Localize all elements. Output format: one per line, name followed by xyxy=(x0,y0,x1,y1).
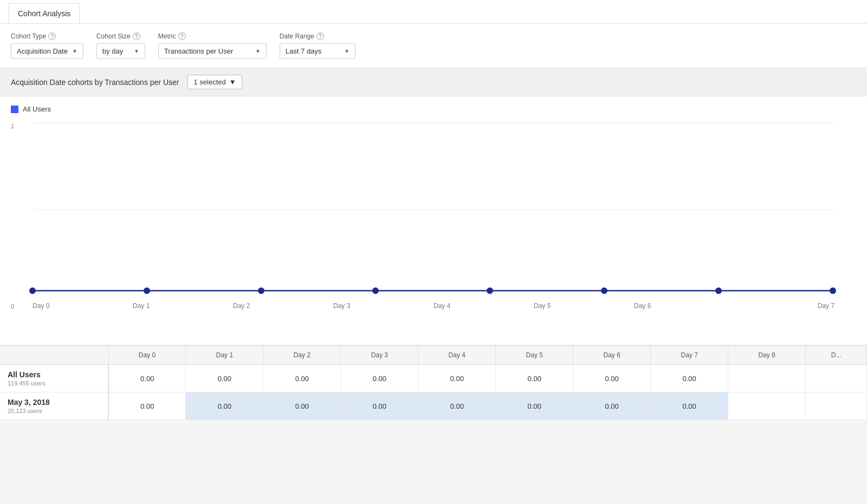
x-label-day7: Day 7 xyxy=(734,302,834,310)
metric-label: Metric ? xyxy=(158,32,267,40)
col-header-day1: Day 1 xyxy=(186,346,263,365)
cohort-type-help-icon[interactable]: ? xyxy=(48,32,56,40)
cohort-size-group: Cohort Size ? by day ▼ xyxy=(96,32,145,59)
x-label-day2: Day 2 xyxy=(233,302,333,310)
cohort-size-label: Cohort Size ? xyxy=(96,32,145,40)
cohort-type-group: Cohort Type ? Acquisition Date ▼ xyxy=(11,32,83,59)
chart-title: Acquisition Date cohorts by Transactions… xyxy=(11,78,179,87)
data-point xyxy=(372,287,379,294)
x-label-day5: Day 5 xyxy=(534,302,634,310)
y-label-0: 0 xyxy=(11,303,14,310)
data-point xyxy=(258,287,264,294)
data-point xyxy=(29,287,36,294)
table-cell: 0.00 xyxy=(186,392,263,420)
x-label-day0: Day 0 xyxy=(33,302,133,310)
chart-legend: All Users xyxy=(0,96,867,117)
data-table-wrapper: Day 0 Day 1 Day 2 Day 3 Day 4 Day 5 Day … xyxy=(0,345,867,420)
table-cell: 0.00 xyxy=(573,392,651,420)
chevron-down-icon: ▼ xyxy=(344,48,350,54)
table-cell xyxy=(728,365,806,392)
col-header-day0: Day 0 xyxy=(108,346,186,365)
cohort-type-label: Cohort Type ? xyxy=(11,32,83,40)
data-point xyxy=(601,287,607,294)
chevron-down-icon: ▼ xyxy=(72,48,77,54)
table-cell: 0.00 xyxy=(651,392,728,420)
x-label-day1: Day 1 xyxy=(133,302,233,310)
row-sub: 20,123 users xyxy=(8,408,100,414)
table-cell: 0.00 xyxy=(496,365,573,392)
chart-area: 1 0 Day 0 Day 1 Day 2 Day 3 Day 4 xyxy=(0,117,867,345)
data-point xyxy=(715,287,722,294)
row-name: All Users xyxy=(8,370,100,379)
table-cell: 0.00 xyxy=(651,365,728,392)
chevron-down-icon: ▼ xyxy=(255,48,261,54)
col-header-day8: Day 8 xyxy=(728,346,806,365)
cohort-size-dropdown[interactable]: by day ▼ xyxy=(96,43,145,59)
table-cell: 0.00 xyxy=(341,392,418,420)
row-sub: 119,455 users xyxy=(8,380,100,387)
table-row: May 3, 201820,123 users0.000.000.000.000… xyxy=(0,392,867,420)
table-header-row: Day 0 Day 1 Day 2 Day 3 Day 4 Day 5 Day … xyxy=(0,346,867,365)
table-row: All Users119,455 users0.000.000.000.000.… xyxy=(0,365,867,392)
col-header-day7: Day 7 xyxy=(651,346,728,365)
cohort-size-help-icon[interactable]: ? xyxy=(133,32,140,40)
chevron-down-icon: ▼ xyxy=(229,78,236,86)
date-range-label: Date Range ? xyxy=(280,32,355,40)
x-axis-labels: Day 0 Day 1 Day 2 Day 3 Day 4 Day 5 Day … xyxy=(33,298,834,310)
table-cell: 0.00 xyxy=(263,365,341,392)
table-cell xyxy=(806,365,867,392)
col-header-name xyxy=(0,346,108,365)
table-cell xyxy=(806,392,867,420)
table-cell: 0.00 xyxy=(341,365,418,392)
controls-bar: Cohort Type ? Acquisition Date ▼ Cohort … xyxy=(0,24,867,68)
col-header-day2: Day 2 xyxy=(263,346,341,365)
table-cell: 0.00 xyxy=(573,365,651,392)
row-name-cell: May 3, 201820,123 users xyxy=(0,392,108,420)
col-header-day4: Day 4 xyxy=(418,346,496,365)
metric-group: Metric ? Transactions per User ▼ xyxy=(158,32,267,59)
table-cell: 0.00 xyxy=(418,365,496,392)
x-label-day6: Day 6 xyxy=(634,302,734,310)
date-range-dropdown[interactable]: Last 7 days ▼ xyxy=(280,43,355,59)
tab-bar: Cohort Analysis xyxy=(0,0,867,24)
cohort-type-dropdown[interactable]: Acquisition Date ▼ xyxy=(11,43,83,59)
data-point xyxy=(830,287,836,294)
row-name-cell: All Users119,455 users xyxy=(0,365,108,392)
col-header-day5: Day 5 xyxy=(496,346,573,365)
metric-help-icon[interactable]: ? xyxy=(178,32,186,40)
x-label-day4: Day 4 xyxy=(434,302,534,310)
selected-button[interactable]: 1 selected ▼ xyxy=(187,75,242,89)
legend-label: All Users xyxy=(23,105,51,113)
line-chart-svg xyxy=(33,123,834,296)
table-cell: 0.00 xyxy=(263,392,341,420)
legend-color-swatch xyxy=(11,106,18,113)
date-range-group: Date Range ? Last 7 days ▼ xyxy=(280,32,355,59)
data-point xyxy=(487,287,493,294)
y-label-1: 1 xyxy=(11,123,14,129)
x-label-day3: Day 3 xyxy=(333,302,434,310)
table-cell: 0.00 xyxy=(418,392,496,420)
col-header-more: D... xyxy=(806,346,867,365)
col-header-day6: Day 6 xyxy=(573,346,651,365)
data-point xyxy=(144,287,150,294)
table-cell: 0.00 xyxy=(186,365,263,392)
date-range-help-icon[interactable]: ? xyxy=(316,32,324,40)
col-header-day3: Day 3 xyxy=(341,346,418,365)
metric-dropdown[interactable]: Transactions per User ▼ xyxy=(158,43,267,59)
chart-header: Acquisition Date cohorts by Transactions… xyxy=(0,68,867,96)
table-cell: 0.00 xyxy=(108,365,186,392)
table-cell: 0.00 xyxy=(108,392,186,420)
table-cell: 0.00 xyxy=(496,392,573,420)
chevron-down-icon: ▼ xyxy=(134,48,139,54)
table-cell xyxy=(728,392,806,420)
tab-cohort-analysis[interactable]: Cohort Analysis xyxy=(9,3,80,23)
row-name: May 3, 2018 xyxy=(8,398,100,407)
data-table: Day 0 Day 1 Day 2 Day 3 Day 4 Day 5 Day … xyxy=(0,346,867,420)
chart-section: Acquisition Date cohorts by Transactions… xyxy=(0,68,867,345)
